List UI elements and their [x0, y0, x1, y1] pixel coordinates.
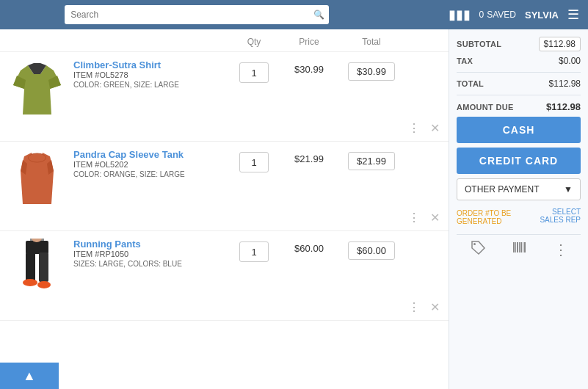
- item-1-details: Climber-Sutra Shirt ITEM #OL5278 COLOR: …: [73, 59, 228, 89]
- barcode-icon: ▮▮▮: [449, 7, 471, 23]
- item-1-price: $30.99: [280, 59, 338, 75]
- more-options-button[interactable]: ⋮: [553, 241, 568, 258]
- divider-1: [457, 72, 581, 73]
- item-2-name: Pandra Cap Sleeve Tank: [73, 149, 228, 160]
- item-3-qty-input[interactable]: [239, 241, 269, 262]
- svg-point-13: [37, 281, 51, 288]
- right-panel: SUBTOTAL $112.98 TAX $0.00 TOTAL $112.98…: [449, 29, 588, 389]
- svg-rect-21: [520, 242, 522, 252]
- amount-due-label: AMOUNT DUE: [457, 103, 514, 112]
- subtotal-label: SUBTOTAL: [457, 40, 501, 48]
- tax-row: TAX $0.00: [457, 56, 581, 66]
- svg-rect-10: [26, 252, 35, 282]
- item-1-name: Climber-Sutra Shirt: [73, 59, 228, 70]
- svg-rect-11: [39, 252, 48, 282]
- barcode-bottom-icon: [512, 239, 528, 255]
- search-bar: 🔍: [65, 5, 329, 24]
- item-2-total-value: $21.99: [348, 152, 395, 170]
- bottom-icons: ⋮: [457, 234, 581, 259]
- header-right: ▮▮▮ 0 SAVED SYLVIA ☰: [449, 7, 579, 23]
- other-payment-dropdown[interactable]: OTHER PAYMENT ▼: [457, 178, 581, 200]
- svg-rect-17: [513, 242, 515, 252]
- item-2-sku: ITEM #OL5202: [73, 160, 228, 169]
- item-2-attrs: COLOR: ORANGE, SIZE: LARGE: [73, 170, 228, 178]
- qty-header: Qty: [228, 37, 280, 47]
- shirt-svg: [10, 59, 65, 118]
- bottom-bar: ▲: [0, 363, 59, 389]
- up-arrow-icon[interactable]: ▲: [23, 368, 36, 384]
- cart-item-1-row: Climber-Sutra Shirt ITEM #OL5278 COLOR: …: [0, 52, 449, 118]
- total-label: TOTAL: [457, 79, 484, 88]
- item-1-total: $30.99: [338, 59, 404, 81]
- svg-rect-23: [524, 242, 526, 252]
- subtotal-value: $112.98: [539, 37, 581, 51]
- item-2-image: [7, 149, 66, 208]
- svg-point-7: [28, 153, 46, 162]
- item-2-options-button[interactable]: ⋮: [407, 211, 421, 225]
- svg-rect-9: [26, 241, 48, 254]
- cart-item-2-row: Pandra Cap Sleeve Tank ITEM #OL5202 COLO…: [0, 142, 449, 208]
- username: SYLVIA: [525, 10, 559, 21]
- divider-2: [457, 95, 581, 95]
- item-3-total: $60.00: [338, 239, 404, 260]
- column-headers: Qty Price Total: [0, 37, 449, 52]
- total-header: Total: [338, 37, 404, 47]
- item-3-total-value: $60.00: [348, 241, 395, 260]
- item-3-price: $60.00: [280, 239, 338, 254]
- item-1-image: [7, 59, 66, 118]
- svg-rect-18: [515, 242, 516, 252]
- subtotal-row: SUBTOTAL $112.98: [457, 37, 581, 51]
- main-layout: Qty Price Total Climber-S: [0, 29, 588, 389]
- tag-icon: [470, 239, 486, 255]
- item-1-options-button[interactable]: ⋮: [407, 121, 421, 135]
- order-info: ORDER #TO BE GENERATED: [457, 209, 529, 225]
- item-2-total: $21.99: [338, 149, 404, 170]
- select-sales-rep[interactable]: SELECT SALES REP: [529, 208, 581, 224]
- amount-due-row: AMOUNT DUE $112.98: [457, 101, 581, 112]
- cart-item-3-row: Running Pants ITEM #RP1050 SIZES: LARGE,…: [0, 231, 449, 297]
- amount-due-value: $112.98: [546, 101, 581, 112]
- chevron-down-icon: ▼: [564, 184, 573, 194]
- item-3-options-button[interactable]: ⋮: [407, 300, 421, 314]
- tank-svg: [10, 149, 65, 208]
- search-icon: 🔍: [313, 10, 324, 20]
- item-1-sku: ITEM #OL5278: [73, 70, 228, 79]
- cash-button[interactable]: CASH: [457, 117, 581, 143]
- svg-rect-22: [523, 242, 523, 252]
- total-row: TOTAL $112.98: [457, 79, 581, 89]
- item-2-qty-input[interactable]: [239, 152, 269, 172]
- tag-icon-button[interactable]: [470, 239, 486, 259]
- cart-item-3: Running Pants ITEM #RP1050 SIZES: LARGE,…: [0, 231, 449, 321]
- item-3-details: Running Pants ITEM #RP1050 SIZES: LARGE,…: [73, 239, 228, 268]
- svg-point-16: [473, 243, 476, 245]
- item-3-qty: [228, 239, 280, 262]
- item-3-remove-button[interactable]: ✕: [429, 300, 441, 314]
- barcode-icon-button[interactable]: [512, 239, 528, 259]
- cart-item-1: Climber-Sutra Shirt ITEM #OL5278 COLOR: …: [0, 52, 449, 142]
- item-2-remove-button[interactable]: ✕: [429, 211, 441, 225]
- item-1-remove-button[interactable]: ✕: [429, 121, 441, 135]
- item-3-name: Running Pants: [73, 239, 228, 250]
- item-2-qty: [228, 149, 280, 172]
- header: 🔍 ▮▮▮ 0 SAVED SYLVIA ☰: [0, 0, 588, 29]
- item-1-attrs: COLOR: GREEN, SIZE: LARGE: [73, 81, 228, 89]
- cart-item-2: Pandra Cap Sleeve Tank ITEM #OL5202 COLO…: [0, 142, 449, 231]
- item-3-actions: ⋮ ✕: [0, 297, 449, 320]
- item-3-image: [7, 239, 66, 297]
- item-3-attrs: SIZES: LARGE, COLORS: BLUE: [73, 260, 228, 268]
- price-header: Price: [280, 37, 338, 47]
- item-2-details: Pandra Cap Sleeve Tank ITEM #OL5202 COLO…: [73, 149, 228, 178]
- tax-label: TAX: [457, 57, 473, 65]
- saved-badge: 0 SAVED: [479, 10, 516, 20]
- item-1-total-value: $30.99: [348, 62, 395, 81]
- item-1-qty-input[interactable]: [239, 62, 269, 83]
- hamburger-menu[interactable]: ☰: [567, 7, 579, 23]
- credit-card-button[interactable]: CREDIT CARD: [457, 148, 581, 174]
- search-input[interactable]: [65, 5, 329, 24]
- tax-value: $0.00: [559, 56, 581, 66]
- total-value: $112.98: [549, 79, 581, 89]
- saved-count: 0: [479, 10, 484, 20]
- left-panel: Qty Price Total Climber-S: [0, 29, 449, 389]
- item-2-actions: ⋮ ✕: [0, 208, 449, 230]
- other-payment-label: OTHER PAYMENT: [465, 184, 540, 194]
